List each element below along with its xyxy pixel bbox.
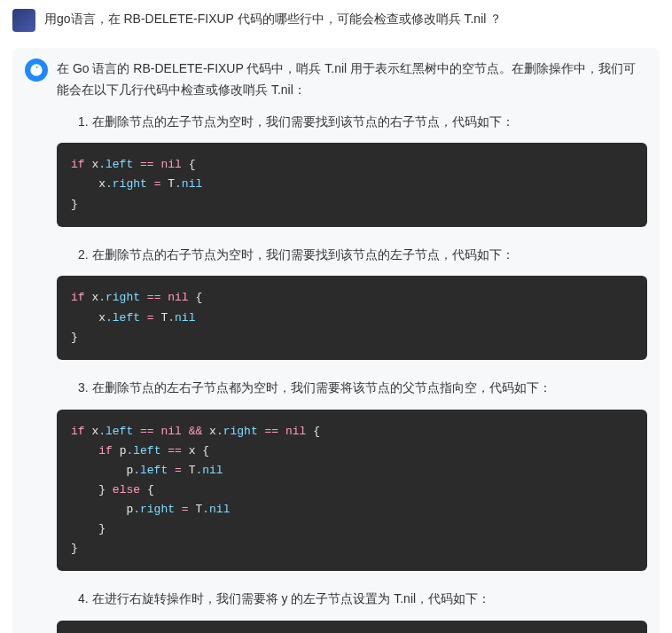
assistant-avatar (25, 59, 48, 82)
ai-swirl-icon (29, 63, 43, 77)
question-text: 用go语言，在 RB-DELETE-FIXUP 代码的哪些行中，可能会检查或修改… (44, 9, 660, 30)
assistant-body: 在 Go 语言的 RB-DELETE-FIXUP 代码中，哨兵 T.nil 用于… (57, 59, 647, 633)
list-item: 1. 在删除节点的左子节点为空时，我们需要找到该节点的右子节点，代码如下： (57, 106, 647, 138)
assistant-answer: 在 Go 语言的 RB-DELETE-FIXUP 代码中，哨兵 T.nil 用于… (12, 48, 660, 633)
user-message-body: 用go语言，在 RB-DELETE-FIXUP 代码的哪些行中，可能会检查或修改… (44, 9, 660, 32)
code-block[interactable]: if x.left == nil { x.right = T.nil } (57, 143, 647, 226)
user-avatar (12, 9, 35, 32)
code-block[interactable]: y.left = T.nil (57, 621, 647, 633)
list-item: 2. 在删除节点的右子节点为空时，我们需要找到该节点的左子节点，代码如下： (57, 239, 647, 271)
list-item: 3. 在删除节点的左右子节点都为空时，我们需要将该节点的父节点指向空，代码如下： (57, 372, 647, 404)
code-block[interactable]: if x.left == nil && x.right == nil { if … (57, 410, 647, 572)
code-block[interactable]: if x.right == nil { x.left = T.nil } (57, 276, 647, 359)
user-message: 用go语言，在 RB-DELETE-FIXUP 代码的哪些行中，可能会检查或修改… (0, 0, 672, 41)
answer-intro: 在 Go 语言的 RB-DELETE-FIXUP 代码中，哨兵 T.nil 用于… (57, 59, 647, 106)
list-item: 4. 在进行右旋转操作时，我们需要将 y 的左子节点设置为 T.nil，代码如下… (57, 583, 647, 615)
